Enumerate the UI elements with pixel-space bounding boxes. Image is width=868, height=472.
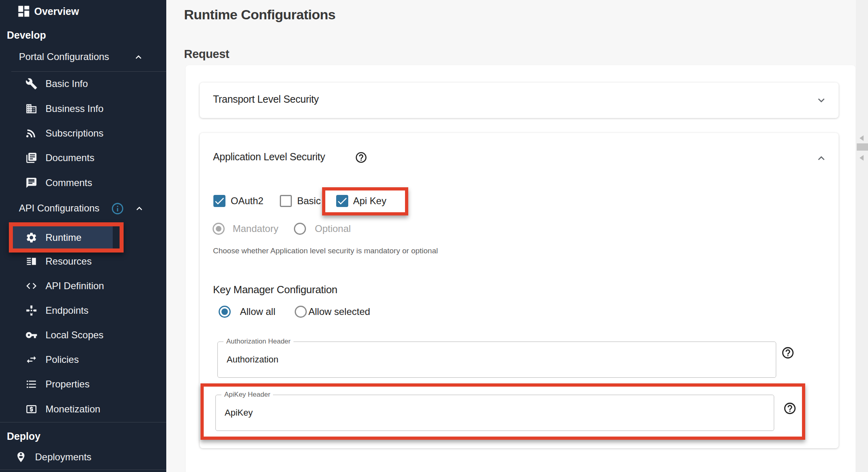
- optional-radio[interactable]: [294, 223, 306, 235]
- dashboard-icon: [17, 4, 31, 19]
- scroll-arrow-icon[interactable]: [860, 155, 864, 161]
- apikey-header-field-label: ApiKey Header: [221, 391, 273, 399]
- transport-level-security-panel[interactable]: Transport Level Security: [200, 83, 839, 118]
- chevron-up-icon[interactable]: [134, 203, 145, 214]
- apikey-header-field-value[interactable]: ApiKey: [225, 408, 253, 418]
- person-pin-icon: [15, 451, 27, 463]
- optional-radio-label[interactable]: Optional: [315, 223, 351, 235]
- sidebar-item-overview[interactable]: Overview: [17, 2, 79, 20]
- sidebar-item-api-definition[interactable]: API Definition: [25, 279, 104, 293]
- chevron-up-icon[interactable]: [815, 152, 828, 165]
- deploy-section-heading: Deploy: [7, 430, 40, 442]
- chevron-up-icon[interactable]: [133, 52, 144, 63]
- gear-icon: [25, 232, 37, 244]
- sidebar-item-monetization[interactable]: Monetization: [25, 402, 100, 416]
- mandatory-radio[interactable]: [213, 223, 225, 235]
- portal-configurations-label: Portal Configurations: [19, 51, 109, 62]
- basic-checkbox-label[interactable]: Basic: [297, 195, 321, 207]
- mandatory-radio-label[interactable]: Mandatory: [233, 223, 278, 235]
- sidebar-item-local-scopes[interactable]: Local Scopes: [25, 328, 103, 342]
- page-title: Runtime Configurations: [184, 6, 335, 23]
- sidebar-item-documents[interactable]: Documents: [25, 151, 94, 165]
- request-section-heading: Request: [184, 48, 229, 61]
- help-icon[interactable]: [783, 402, 797, 415]
- sidebar-item-policies[interactable]: Policies: [25, 353, 79, 366]
- building-icon: [25, 103, 37, 115]
- runtime-annotation-box: Runtime: [9, 222, 124, 253]
- oauth2-checkbox-label[interactable]: OAuth2: [231, 195, 263, 207]
- vertical-split-icon: [25, 255, 37, 267]
- sidebar-group-api-configurations[interactable]: API Configurations: [0, 202, 166, 215]
- scrollbar-thumb[interactable]: [857, 143, 868, 151]
- application-level-security-panel: Application Level Security OAuth2 Basic: [200, 133, 839, 448]
- oauth2-checkbox[interactable]: [213, 195, 225, 207]
- overview-label: Overview: [34, 6, 79, 17]
- sidebar-item-subscriptions[interactable]: Subscriptions: [25, 126, 103, 140]
- application-panel-title: Application Level Security: [213, 151, 325, 163]
- api-key-checkbox[interactable]: [336, 195, 348, 207]
- sidebar-item-basic-info[interactable]: Basic Info: [25, 77, 88, 91]
- allow-all-radio[interactable]: [219, 306, 231, 318]
- scrollbar[interactable]: [856, 0, 868, 472]
- list-icon: [25, 378, 37, 390]
- sidebar-item-properties[interactable]: Properties: [25, 377, 89, 391]
- library-books-icon: [25, 152, 37, 164]
- runtime-configurations-page: Overview Develop Portal Configurations B…: [0, 0, 868, 472]
- allow-all-radio-label[interactable]: Allow all: [240, 306, 275, 318]
- authorization-header-field-value[interactable]: Authorization: [227, 354, 278, 365]
- authorization-header-field[interactable]: Authorization Header Authorization: [217, 342, 776, 378]
- chevron-down-icon[interactable]: [815, 94, 828, 107]
- chat-icon: [25, 177, 37, 189]
- sidebar-item-deployments[interactable]: Deployments: [15, 450, 91, 464]
- main-content: Runtime Configurations Request Transport…: [166, 0, 868, 472]
- request-card: Transport Level Security Application Lev…: [186, 65, 856, 472]
- allow-selected-radio[interactable]: [295, 306, 307, 318]
- allow-selected-radio-label[interactable]: Allow selected: [308, 306, 370, 318]
- sidebar-group-portal-configurations[interactable]: Portal Configurations: [0, 50, 166, 64]
- develop-section-heading: Develop: [7, 29, 46, 41]
- sidebar: Overview Develop Portal Configurations B…: [0, 0, 166, 472]
- apikey-header-field[interactable]: ApiKey Header ApiKey: [215, 395, 774, 431]
- api-key-checkbox-label[interactable]: Api Key: [353, 195, 386, 207]
- authorization-header-field-label: Authorization Header: [223, 337, 293, 346]
- swap-horizontal-icon: [25, 354, 37, 366]
- sidebar-item-resources[interactable]: Resources: [25, 255, 92, 268]
- component-icon: [25, 304, 37, 317]
- security-helper-text: Choose whether Application level securit…: [213, 246, 438, 255]
- sidebar-item-business-info[interactable]: Business Info: [25, 102, 103, 116]
- help-icon[interactable]: [781, 346, 795, 360]
- scroll-arrow-icon[interactable]: [860, 135, 864, 141]
- key-manager-heading: Key Manager Configuration: [213, 284, 337, 296]
- info-icon[interactable]: [111, 202, 124, 215]
- sidebar-item-runtime[interactable]: Runtime: [13, 226, 113, 248]
- api-configurations-label: API Configurations: [19, 203, 99, 214]
- rss-icon: [25, 127, 37, 139]
- money-icon: [25, 403, 37, 415]
- help-icon[interactable]: [355, 151, 368, 164]
- key-icon: [25, 329, 37, 341]
- sidebar-item-comments[interactable]: Comments: [25, 176, 92, 190]
- code-icon: [25, 280, 37, 292]
- basic-checkbox[interactable]: [280, 195, 292, 207]
- transport-panel-title: Transport Level Security: [213, 93, 319, 105]
- wrench-icon: [25, 78, 37, 90]
- sidebar-divider: [0, 470, 166, 470]
- sidebar-divider: [0, 422, 166, 422]
- sidebar-item-endpoints[interactable]: Endpoints: [25, 304, 89, 317]
- sidebar-divider: [11, 71, 166, 72]
